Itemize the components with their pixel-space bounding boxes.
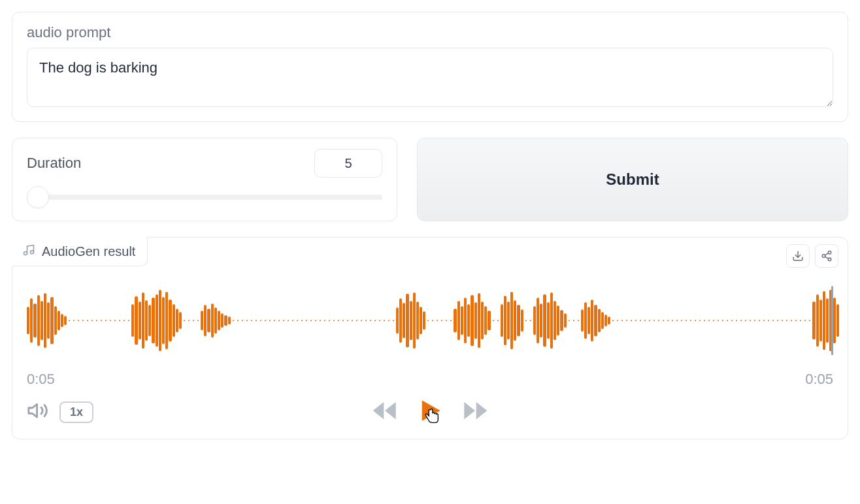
waveform-bar — [461, 306, 463, 335]
share-icon — [821, 250, 833, 262]
waveform-dot — [658, 320, 659, 321]
waveform-dot — [370, 320, 371, 321]
waveform-dot — [731, 320, 733, 321]
svg-marker-10 — [385, 402, 396, 420]
svg-marker-9 — [373, 402, 384, 420]
waveform-dot — [763, 320, 765, 321]
waveform-bar — [204, 305, 207, 336]
submit-button[interactable]: Submit — [417, 138, 848, 221]
waveform-bar — [540, 304, 542, 338]
waveform-bar — [152, 298, 154, 343]
waveform-bar — [504, 296, 506, 345]
waveform-dot — [278, 320, 280, 321]
waveform-bar — [608, 317, 610, 324]
play-button[interactable] — [416, 397, 444, 427]
waveform[interactable] — [27, 285, 833, 356]
waveform-bar — [457, 301, 460, 340]
waveform-bar — [207, 309, 210, 332]
slider-thumb[interactable] — [27, 186, 49, 208]
waveform-dot — [251, 320, 252, 321]
waveform-dot — [530, 320, 531, 321]
waveform-dot — [265, 320, 266, 321]
waveform-bar — [44, 293, 46, 348]
waveform-bar — [591, 300, 593, 341]
waveform-bar — [816, 294, 819, 347]
volume-button[interactable] — [27, 400, 49, 424]
waveform-dot — [193, 320, 194, 321]
waveform-dot — [69, 320, 70, 321]
share-button[interactable] — [815, 244, 838, 268]
waveform-dot — [315, 320, 316, 321]
waveform-playhead[interactable] — [831, 286, 833, 355]
waveform-dot — [640, 320, 641, 321]
waveform-bar — [554, 301, 556, 340]
waveform-dot — [87, 320, 88, 321]
waveform-bar — [510, 292, 513, 349]
waveform-dot — [379, 320, 380, 321]
waveform-bar — [560, 310, 563, 331]
waveform-bar — [135, 296, 137, 345]
rewind-button[interactable] — [372, 400, 398, 424]
waveform-dot — [686, 320, 687, 321]
waveform-dot — [497, 320, 499, 321]
download-button[interactable] — [786, 244, 810, 268]
waveform-dot — [301, 320, 303, 321]
waveform-dot — [342, 320, 344, 321]
waveform-dot — [393, 320, 394, 321]
waveform-dot — [260, 320, 261, 321]
speed-button[interactable]: 1x — [59, 402, 93, 423]
waveform-dot — [718, 320, 719, 321]
player-controls: 1x — [12, 388, 848, 439]
waveform-bar — [27, 307, 29, 334]
waveform-bar — [176, 309, 178, 332]
waveform-dot — [727, 320, 728, 321]
waveform-bar — [131, 304, 134, 337]
waveform-dot — [361, 320, 362, 321]
waveform-bar — [58, 311, 60, 330]
waveform-dot — [745, 320, 746, 321]
svg-point-0 — [24, 252, 27, 255]
duration-input[interactable] — [314, 149, 382, 178]
waveform-bar — [507, 302, 510, 339]
waveform-bar — [594, 305, 597, 336]
svg-marker-12 — [464, 402, 475, 420]
waveform-dot — [626, 320, 627, 321]
svg-point-1 — [31, 251, 34, 254]
waveform-bar — [228, 317, 231, 324]
waveform-dot — [621, 320, 623, 321]
waveform-bar — [543, 294, 546, 347]
prompt-label: audio prompt — [27, 24, 833, 41]
waveform-bar — [214, 307, 217, 334]
waveform-dot — [73, 320, 74, 321]
waveform-dot — [269, 320, 271, 321]
forward-button[interactable] — [462, 400, 488, 424]
waveform-dot — [772, 320, 774, 321]
waveform-bar — [61, 314, 63, 327]
waveform-dot — [612, 320, 614, 321]
time-total: 0:05 — [805, 371, 833, 388]
waveform-dot — [493, 320, 494, 321]
duration-label: Duration — [27, 155, 81, 172]
waveform-bar — [413, 292, 416, 349]
waveform-dot — [722, 320, 723, 321]
waveform-bar — [399, 298, 402, 343]
result-tab-label: AudioGen result — [42, 244, 135, 259]
prompt-input[interactable] — [27, 48, 833, 107]
waveform-bar — [159, 290, 161, 351]
waveform-bar — [54, 306, 57, 335]
waveform-bar — [30, 298, 33, 343]
waveform-bar — [416, 302, 419, 339]
waveform-bar — [139, 302, 141, 339]
waveform-bar — [142, 292, 144, 349]
waveform-bar — [823, 291, 825, 350]
waveform-dot — [306, 320, 307, 321]
waveform-dot — [525, 320, 527, 321]
waveform-dot — [427, 320, 429, 321]
svg-marker-11 — [422, 400, 440, 421]
waveform-bar — [481, 302, 484, 339]
waveform-dot — [242, 320, 243, 321]
waveform-bar — [33, 304, 36, 338]
waveform-dot — [374, 320, 376, 321]
duration-slider[interactable] — [27, 189, 382, 205]
waveform-bar — [410, 301, 412, 340]
